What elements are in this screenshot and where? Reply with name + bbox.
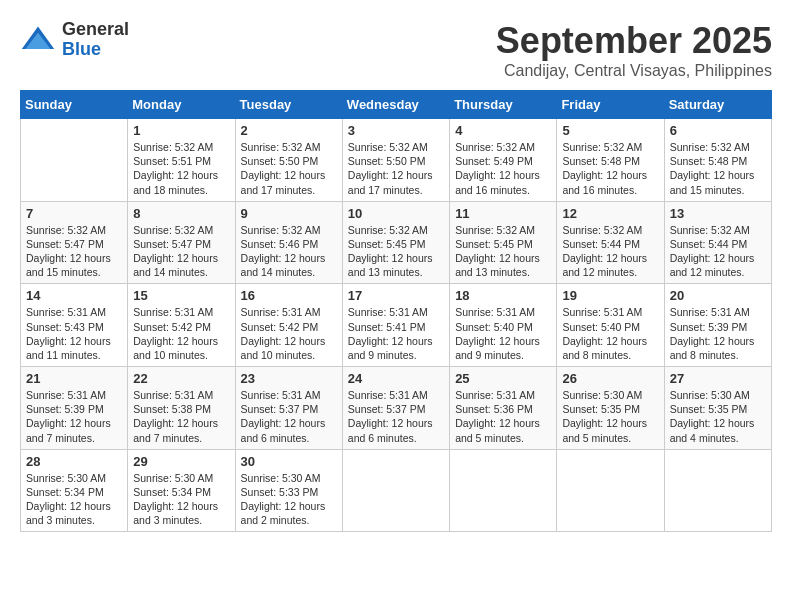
day-number: 3 (348, 123, 444, 138)
day-info: Sunrise: 5:32 AMSunset: 5:50 PMDaylight:… (241, 140, 337, 197)
day-info: Sunrise: 5:30 AMSunset: 5:34 PMDaylight:… (133, 471, 229, 528)
calendar-cell (557, 449, 664, 532)
day-number: 16 (241, 288, 337, 303)
day-info: Sunrise: 5:31 AMSunset: 5:40 PMDaylight:… (562, 305, 658, 362)
day-info: Sunrise: 5:32 AMSunset: 5:47 PMDaylight:… (26, 223, 122, 280)
calendar-cell: 26Sunrise: 5:30 AMSunset: 5:35 PMDayligh… (557, 367, 664, 450)
day-info: Sunrise: 5:32 AMSunset: 5:51 PMDaylight:… (133, 140, 229, 197)
day-number: 26 (562, 371, 658, 386)
page-header: General Blue September 2025 Candijay, Ce… (20, 20, 772, 80)
calendar-week-row: 21Sunrise: 5:31 AMSunset: 5:39 PMDayligh… (21, 367, 772, 450)
day-info: Sunrise: 5:31 AMSunset: 5:42 PMDaylight:… (241, 305, 337, 362)
calendar-cell: 1Sunrise: 5:32 AMSunset: 5:51 PMDaylight… (128, 119, 235, 202)
day-info: Sunrise: 5:30 AMSunset: 5:35 PMDaylight:… (670, 388, 766, 445)
day-info: Sunrise: 5:32 AMSunset: 5:46 PMDaylight:… (241, 223, 337, 280)
calendar-cell: 29Sunrise: 5:30 AMSunset: 5:34 PMDayligh… (128, 449, 235, 532)
title-section: September 2025 Candijay, Central Visayas… (496, 20, 772, 80)
day-info: Sunrise: 5:32 AMSunset: 5:44 PMDaylight:… (670, 223, 766, 280)
calendar-cell: 16Sunrise: 5:31 AMSunset: 5:42 PMDayligh… (235, 284, 342, 367)
calendar-cell: 7Sunrise: 5:32 AMSunset: 5:47 PMDaylight… (21, 201, 128, 284)
day-info: Sunrise: 5:32 AMSunset: 5:49 PMDaylight:… (455, 140, 551, 197)
day-info: Sunrise: 5:31 AMSunset: 5:38 PMDaylight:… (133, 388, 229, 445)
day-number: 6 (670, 123, 766, 138)
day-info: Sunrise: 5:32 AMSunset: 5:48 PMDaylight:… (670, 140, 766, 197)
calendar-week-row: 28Sunrise: 5:30 AMSunset: 5:34 PMDayligh… (21, 449, 772, 532)
header-monday: Monday (128, 91, 235, 119)
header-saturday: Saturday (664, 91, 771, 119)
calendar-cell: 30Sunrise: 5:30 AMSunset: 5:33 PMDayligh… (235, 449, 342, 532)
day-info: Sunrise: 5:31 AMSunset: 5:40 PMDaylight:… (455, 305, 551, 362)
header-friday: Friday (557, 91, 664, 119)
day-number: 24 (348, 371, 444, 386)
calendar-cell: 12Sunrise: 5:32 AMSunset: 5:44 PMDayligh… (557, 201, 664, 284)
day-number: 11 (455, 206, 551, 221)
logo: General Blue (20, 20, 129, 60)
calendar-cell: 25Sunrise: 5:31 AMSunset: 5:36 PMDayligh… (450, 367, 557, 450)
calendar-cell (21, 119, 128, 202)
calendar-cell: 21Sunrise: 5:31 AMSunset: 5:39 PMDayligh… (21, 367, 128, 450)
day-number: 13 (670, 206, 766, 221)
day-number: 17 (348, 288, 444, 303)
calendar-cell: 5Sunrise: 5:32 AMSunset: 5:48 PMDaylight… (557, 119, 664, 202)
logo-icon (20, 22, 56, 58)
day-number: 29 (133, 454, 229, 469)
calendar-cell: 20Sunrise: 5:31 AMSunset: 5:39 PMDayligh… (664, 284, 771, 367)
calendar-cell: 22Sunrise: 5:31 AMSunset: 5:38 PMDayligh… (128, 367, 235, 450)
day-number: 2 (241, 123, 337, 138)
day-number: 23 (241, 371, 337, 386)
calendar-cell: 9Sunrise: 5:32 AMSunset: 5:46 PMDaylight… (235, 201, 342, 284)
day-number: 8 (133, 206, 229, 221)
calendar-cell: 6Sunrise: 5:32 AMSunset: 5:48 PMDaylight… (664, 119, 771, 202)
day-info: Sunrise: 5:31 AMSunset: 5:39 PMDaylight:… (670, 305, 766, 362)
day-number: 28 (26, 454, 122, 469)
calendar-week-row: 7Sunrise: 5:32 AMSunset: 5:47 PMDaylight… (21, 201, 772, 284)
day-info: Sunrise: 5:31 AMSunset: 5:37 PMDaylight:… (241, 388, 337, 445)
day-number: 18 (455, 288, 551, 303)
calendar-body: 1Sunrise: 5:32 AMSunset: 5:51 PMDaylight… (21, 119, 772, 532)
header-sunday: Sunday (21, 91, 128, 119)
day-number: 12 (562, 206, 658, 221)
calendar-header-row: Sunday Monday Tuesday Wednesday Thursday… (21, 91, 772, 119)
calendar-cell: 10Sunrise: 5:32 AMSunset: 5:45 PMDayligh… (342, 201, 449, 284)
calendar-cell: 13Sunrise: 5:32 AMSunset: 5:44 PMDayligh… (664, 201, 771, 284)
day-info: Sunrise: 5:30 AMSunset: 5:35 PMDaylight:… (562, 388, 658, 445)
day-number: 15 (133, 288, 229, 303)
day-number: 30 (241, 454, 337, 469)
calendar-cell: 8Sunrise: 5:32 AMSunset: 5:47 PMDaylight… (128, 201, 235, 284)
day-number: 25 (455, 371, 551, 386)
calendar-cell: 27Sunrise: 5:30 AMSunset: 5:35 PMDayligh… (664, 367, 771, 450)
calendar-subtitle: Candijay, Central Visayas, Philippines (496, 62, 772, 80)
day-number: 27 (670, 371, 766, 386)
header-wednesday: Wednesday (342, 91, 449, 119)
day-number: 19 (562, 288, 658, 303)
calendar-week-row: 1Sunrise: 5:32 AMSunset: 5:51 PMDaylight… (21, 119, 772, 202)
day-info: Sunrise: 5:32 AMSunset: 5:48 PMDaylight:… (562, 140, 658, 197)
day-info: Sunrise: 5:31 AMSunset: 5:37 PMDaylight:… (348, 388, 444, 445)
day-number: 5 (562, 123, 658, 138)
day-info: Sunrise: 5:31 AMSunset: 5:36 PMDaylight:… (455, 388, 551, 445)
day-info: Sunrise: 5:31 AMSunset: 5:42 PMDaylight:… (133, 305, 229, 362)
day-number: 4 (455, 123, 551, 138)
day-number: 9 (241, 206, 337, 221)
header-thursday: Thursday (450, 91, 557, 119)
day-number: 22 (133, 371, 229, 386)
calendar-cell: 23Sunrise: 5:31 AMSunset: 5:37 PMDayligh… (235, 367, 342, 450)
calendar-cell: 18Sunrise: 5:31 AMSunset: 5:40 PMDayligh… (450, 284, 557, 367)
calendar-cell (450, 449, 557, 532)
calendar-cell: 3Sunrise: 5:32 AMSunset: 5:50 PMDaylight… (342, 119, 449, 202)
day-info: Sunrise: 5:32 AMSunset: 5:44 PMDaylight:… (562, 223, 658, 280)
day-info: Sunrise: 5:32 AMSunset: 5:45 PMDaylight:… (348, 223, 444, 280)
calendar-cell: 4Sunrise: 5:32 AMSunset: 5:49 PMDaylight… (450, 119, 557, 202)
day-info: Sunrise: 5:30 AMSunset: 5:33 PMDaylight:… (241, 471, 337, 528)
calendar-cell: 11Sunrise: 5:32 AMSunset: 5:45 PMDayligh… (450, 201, 557, 284)
calendar-cell (342, 449, 449, 532)
day-info: Sunrise: 5:31 AMSunset: 5:39 PMDaylight:… (26, 388, 122, 445)
calendar-title: September 2025 (496, 20, 772, 62)
calendar-cell: 19Sunrise: 5:31 AMSunset: 5:40 PMDayligh… (557, 284, 664, 367)
day-info: Sunrise: 5:30 AMSunset: 5:34 PMDaylight:… (26, 471, 122, 528)
calendar-cell: 17Sunrise: 5:31 AMSunset: 5:41 PMDayligh… (342, 284, 449, 367)
day-number: 21 (26, 371, 122, 386)
day-number: 7 (26, 206, 122, 221)
calendar-cell (664, 449, 771, 532)
day-info: Sunrise: 5:32 AMSunset: 5:50 PMDaylight:… (348, 140, 444, 197)
